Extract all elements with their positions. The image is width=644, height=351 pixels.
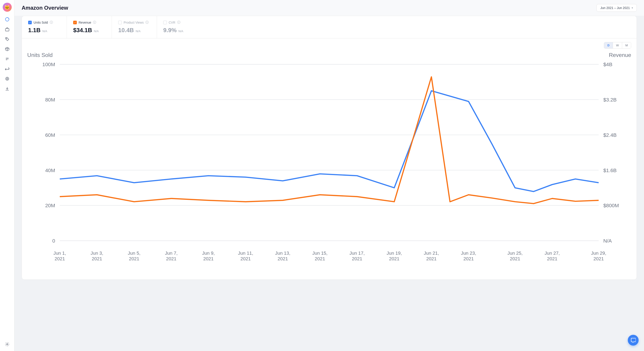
svg-text:2021: 2021	[92, 256, 102, 261]
product-views-label: Product Views	[124, 21, 144, 24]
header: Amazon Overview Jun 2021 – Jun 2021 ▾	[14, 0, 644, 16]
revenue-line	[60, 77, 598, 204]
product-views-na: N/A	[136, 29, 140, 33]
sidebar-item-list[interactable]	[3, 55, 11, 63]
svg-text:60M: 60M	[45, 132, 55, 138]
chart-svg: Units Sold Revenue 100M 80M 60M 40M	[27, 50, 631, 273]
svg-text:Jun 11,: Jun 11,	[238, 250, 253, 256]
content-area: ✓ Units Sold ⓘ 1.1B N/A ✓ Revenue ⓘ	[14, 16, 644, 351]
svg-text:2021: 2021	[352, 256, 362, 261]
metric-revenue[interactable]: ✓ Revenue ⓘ $34.1B N/A	[67, 16, 112, 38]
svg-point-7	[6, 78, 8, 79]
svg-text:2021: 2021	[240, 256, 251, 261]
svg-text:2021: 2021	[203, 256, 214, 261]
svg-text:Jun 17,: Jun 17,	[350, 250, 365, 256]
metric-product-views[interactable]: Product Views ⓘ 10.4B N/A	[112, 16, 157, 38]
svg-text:Jun 15,: Jun 15,	[312, 250, 328, 256]
svg-text:Jun 25,: Jun 25,	[507, 250, 523, 256]
svg-text:Jun 29,: Jun 29,	[591, 250, 606, 256]
sidebar: 🐱	[0, 0, 14, 351]
svg-text:Jun 27,: Jun 27,	[544, 250, 560, 256]
left-axis-label: Units Sold	[27, 52, 53, 58]
revenue-value: $34.1B	[73, 27, 92, 34]
time-btn-d[interactable]: D	[604, 42, 613, 48]
sidebar-item-link[interactable]	[3, 75, 11, 83]
svg-text:2021: 2021	[129, 256, 140, 261]
avatar[interactable]: 🐱	[3, 3, 12, 12]
svg-text:$1.6B: $1.6B	[603, 167, 616, 173]
time-btn-m[interactable]: M	[622, 42, 631, 48]
svg-text:2021: 2021	[426, 256, 436, 261]
svg-text:40M: 40M	[45, 167, 55, 173]
cvr-na: N/A	[178, 29, 183, 33]
svg-text:$800M: $800M	[603, 203, 619, 208]
sidebar-item-download[interactable]	[3, 85, 11, 93]
svg-text:Jun 9,: Jun 9,	[202, 250, 215, 256]
chart-area: D W M Units Sold Revenue	[22, 38, 636, 280]
revenue-label: Revenue	[78, 21, 91, 24]
svg-text:80M: 80M	[45, 97, 55, 103]
svg-text:2021: 2021	[547, 256, 557, 261]
svg-text:2021: 2021	[594, 256, 604, 261]
chart-controls: D W M	[27, 42, 631, 49]
chat-button[interactable]	[628, 335, 638, 346]
cvr-label: CVR	[169, 21, 176, 24]
svg-text:2021: 2021	[166, 256, 176, 261]
units-sold-info-icon[interactable]: ⓘ	[50, 20, 53, 24]
product-views-info-icon[interactable]: ⓘ	[146, 20, 148, 24]
svg-text:Jun 1,: Jun 1,	[53, 250, 66, 256]
svg-text:Jun 5,: Jun 5,	[128, 250, 140, 256]
units-sold-line	[60, 91, 598, 191]
svg-point-6	[6, 77, 9, 80]
revenue-checkbox[interactable]: ✓	[73, 21, 77, 24]
sidebar-item-transfer[interactable]	[3, 65, 11, 73]
cvr-checkbox[interactable]	[163, 21, 167, 24]
sidebar-item-chart[interactable]	[3, 15, 11, 23]
svg-text:Jun 19,: Jun 19,	[387, 250, 402, 256]
svg-text:0: 0	[52, 238, 55, 244]
svg-rect-1	[6, 28, 9, 31]
svg-text:2021: 2021	[278, 256, 288, 261]
metric-cvr[interactable]: CVR ⓘ 9.9% N/A	[157, 16, 202, 38]
chart-card: ✓ Units Sold ⓘ 1.1B N/A ✓ Revenue ⓘ	[22, 16, 637, 280]
units-sold-checkbox[interactable]: ✓	[28, 21, 32, 24]
date-range-picker[interactable]: Jun 2021 – Jun 2021 ▾	[596, 4, 637, 12]
time-button-group: D W M	[604, 42, 631, 49]
revenue-na: N/A	[94, 29, 99, 33]
sidebar-item-settings[interactable]	[3, 340, 11, 348]
product-views-checkbox[interactable]	[118, 21, 122, 24]
units-sold-value: 1.1B	[28, 27, 40, 34]
sidebar-item-tag[interactable]	[3, 35, 11, 43]
cvr-value: 9.9%	[163, 27, 176, 34]
metrics-row: ✓ Units Sold ⓘ 1.1B N/A ✓ Revenue ⓘ	[22, 16, 636, 38]
svg-text:2021: 2021	[315, 256, 325, 261]
svg-text:$3.2B: $3.2B	[603, 97, 616, 103]
revenue-info-icon[interactable]: ⓘ	[93, 20, 96, 24]
svg-text:2021: 2021	[510, 256, 520, 261]
svg-text:2021: 2021	[464, 256, 474, 261]
svg-text:$4B: $4B	[603, 61, 612, 67]
svg-text:Jun 23,: Jun 23,	[461, 250, 476, 256]
sidebar-item-briefcase[interactable]	[3, 25, 11, 33]
product-views-value: 10.4B	[118, 27, 134, 34]
svg-point-8	[6, 344, 8, 345]
date-range-label: Jun 2021 – Jun 2021	[600, 6, 630, 10]
main-content: Amazon Overview Jun 2021 – Jun 2021 ▾ ✓ …	[14, 0, 644, 351]
chevron-down-icon: ▾	[632, 6, 633, 9]
cvr-info-icon[interactable]: ⓘ	[177, 20, 180, 24]
svg-text:Jun 3,: Jun 3,	[90, 250, 103, 256]
svg-point-2	[6, 38, 6, 39]
page-title: Amazon Overview	[22, 5, 68, 11]
svg-text:100M: 100M	[42, 61, 55, 67]
svg-text:$2.4B: $2.4B	[603, 132, 616, 138]
svg-text:Jun 7,: Jun 7,	[165, 250, 178, 256]
svg-text:2021: 2021	[54, 256, 65, 261]
right-axis-label: Revenue	[609, 52, 631, 58]
time-btn-w[interactable]: W	[613, 42, 622, 48]
metric-units-sold[interactable]: ✓ Units Sold ⓘ 1.1B N/A	[22, 16, 67, 38]
sidebar-item-package[interactable]	[3, 45, 11, 53]
svg-text:Jun 13,: Jun 13,	[275, 250, 290, 256]
units-sold-na: N/A	[42, 29, 47, 33]
svg-text:Jun 21,: Jun 21,	[424, 250, 439, 256]
units-sold-label: Units Sold	[34, 21, 48, 24]
